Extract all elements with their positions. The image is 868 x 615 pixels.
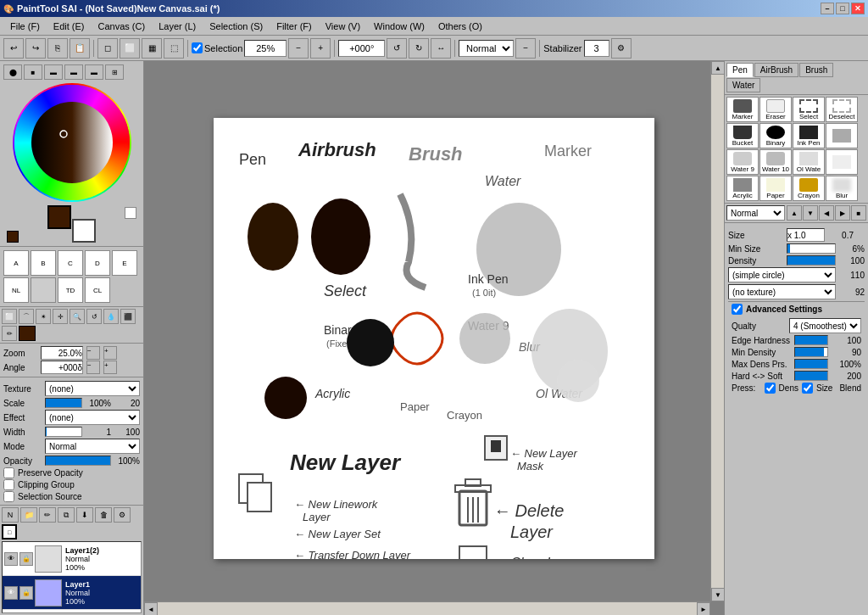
layer-vis-2[interactable]: 👁 (4, 586, 18, 600)
vscroll-down-btn[interactable]: ▼ (711, 588, 724, 601)
vscroll-track[interactable] (711, 75, 724, 588)
brush-item-8[interactable] (826, 123, 858, 148)
delete-layer-btn[interactable]: 🗑 (95, 507, 112, 523)
selection-source-checkbox[interactable] (3, 491, 14, 502)
hard-soft-slider[interactable] (794, 371, 828, 381)
brush-thumb-4[interactable]: D (85, 250, 110, 276)
layer-vis-1[interactable]: 👁 (4, 552, 18, 566)
selection-checkbox-label[interactable]: Selection (192, 42, 242, 53)
brush-thumb-5[interactable]: E (112, 250, 137, 276)
size-mult-input[interactable] (787, 228, 825, 242)
min-density-slider[interactable] (794, 347, 828, 357)
brush-ctrl-5[interactable]: ■ (851, 205, 866, 221)
zoom-in-btn[interactable]: + (310, 38, 331, 59)
select-rect-tool[interactable]: ⬜ (2, 309, 17, 324)
vscroll-up-btn[interactable]: ▲ (711, 61, 724, 75)
flip-h-btn[interactable]: ↔ (431, 38, 451, 59)
brush-acrylic[interactable]: Acrylic (726, 176, 759, 201)
preserve-opacity-checkbox[interactable] (3, 467, 14, 478)
brush-ctrl-4[interactable]: ▶ (835, 205, 850, 221)
stabilizer-settings[interactable]: ⚙ (611, 38, 632, 59)
effect-select[interactable]: (none) (45, 410, 140, 425)
menu-selection[interactable]: Selection (S) (203, 20, 270, 33)
zoom-input[interactable]: 25% (244, 40, 287, 57)
max-dens-prs-slider[interactable] (794, 359, 828, 369)
brush-thumb-7[interactable] (31, 277, 56, 303)
brush-inkpen[interactable]: Ink Pen (793, 123, 825, 148)
merge-down-btn[interactable]: ⬇ (76, 507, 93, 523)
selection-checkbox[interactable] (192, 42, 203, 53)
press-dens-checkbox[interactable] (765, 383, 776, 394)
menu-layer[interactable]: Layer (L) (152, 20, 203, 33)
brush-eraser[interactable]: Eraser (760, 97, 792, 122)
brush-blur[interactable]: Blur (826, 176, 858, 201)
brush-tab-airbrush[interactable]: AirBrush (754, 63, 798, 77)
zoom-out-btn[interactable]: − (288, 38, 309, 59)
eyedropper-tool[interactable]: 💧 (103, 309, 119, 324)
zoom-tool[interactable]: 🔍 (70, 309, 85, 324)
color-tab-grad1[interactable]: ▬ (44, 64, 63, 80)
width-slider[interactable] (45, 427, 82, 437)
blend-minus-btn[interactable]: − (515, 38, 536, 59)
canvas-hscrollbar[interactable]: ◄ ► (144, 601, 710, 615)
toolbar-redo[interactable]: ↪ (25, 38, 46, 59)
brush-item-12[interactable] (826, 149, 858, 175)
layer-settings-btn[interactable]: ⚙ (114, 507, 131, 523)
brush-shape-select[interactable]: (simple circle) (728, 267, 836, 282)
pen-tool[interactable]: ✏ (2, 326, 17, 341)
color-tab-grad2[interactable]: ▬ (64, 64, 83, 80)
opacity-slider[interactable] (45, 456, 111, 466)
layer-item-1[interactable]: 👁 🔒 Layer1(2) Normal 100% (3, 542, 141, 576)
new-layer-btn[interactable]: N (2, 507, 19, 523)
brush-texture-select[interactable]: (no texture) (728, 284, 836, 299)
toolbar-paste[interactable]: 📋 (70, 38, 90, 59)
color-tab-wheel[interactable]: ⬤ (3, 64, 22, 80)
brush-thumb-9[interactable]: CL (85, 277, 110, 303)
hscroll-track[interactable] (158, 602, 697, 615)
maximize-button[interactable]: □ (836, 3, 849, 14)
layer-lock-2[interactable]: 🔒 (19, 586, 33, 600)
drawing-canvas[interactable]: Pen Airbrush Brush Water Marker Select (214, 118, 654, 559)
brush-tab-pen[interactable]: Pen (726, 63, 754, 77)
menu-canvas[interactable]: Canvas (C) (92, 20, 153, 33)
mode-select[interactable]: Normal (45, 439, 140, 454)
angle-value-input[interactable] (41, 361, 83, 374)
angle-decrease-btn[interactable]: − (86, 361, 100, 374)
brush-thumb-2[interactable]: B (31, 250, 56, 276)
layer-item-3[interactable]: 👁 🔒 Layer2 Normal 100% (3, 610, 141, 613)
new-layer-btn-top[interactable]: NL (3, 277, 29, 303)
fg-color-tool[interactable] (19, 326, 36, 341)
menu-edit[interactable]: Edit (E) (47, 20, 92, 33)
brush-tab-water[interactable]: Water (726, 78, 760, 92)
fill-tool[interactable]: ⬛ (120, 309, 136, 324)
density-slider[interactable] (787, 255, 836, 266)
brush-olwater[interactable]: Ol Wate (793, 149, 825, 175)
toolbar-btn5[interactable]: ⬚ (164, 38, 184, 59)
layer-lock-1[interactable]: 🔒 (19, 552, 33, 566)
move-tool[interactable]: ✛ (53, 309, 68, 324)
clipping-group-checkbox[interactable] (3, 479, 14, 490)
stabilizer-input[interactable] (584, 40, 609, 57)
texture-select[interactable]: (none) (45, 381, 140, 396)
minimize-button[interactable]: – (821, 3, 834, 14)
menu-filter[interactable]: Filter (F) (270, 20, 319, 33)
brush-bucket[interactable]: Bucket (726, 123, 759, 148)
brush-paper[interactable]: Paper (760, 176, 792, 201)
canvas-area[interactable]: Pen Airbrush Brush Water Marker Select (144, 61, 724, 615)
brush-water9[interactable]: Water 9 (726, 149, 759, 175)
toolbar-btn3[interactable]: ⬜ (120, 38, 140, 59)
toolbar-btn2[interactable]: ◻ (97, 38, 118, 59)
color-wheel-container[interactable] (13, 83, 131, 202)
scale-slider[interactable] (45, 398, 82, 408)
canvas-vscrollbar[interactable]: ▲ ▼ (710, 61, 724, 601)
press-size-checkbox[interactable] (802, 383, 813, 394)
color-tab-swatch[interactable]: ⊞ (105, 64, 124, 80)
blend-mode-select[interactable]: Normal (459, 40, 514, 57)
close-button[interactable]: ✕ (851, 3, 865, 14)
menu-file[interactable]: File (F) (3, 20, 47, 33)
select-lasso-tool[interactable]: ⌒ (19, 309, 34, 324)
color-wheel-canvas[interactable] (13, 83, 131, 202)
bg-color-swatch[interactable] (72, 219, 96, 243)
menu-view[interactable]: View (V) (319, 20, 367, 33)
hscroll-right-btn[interactable]: ► (697, 602, 710, 615)
